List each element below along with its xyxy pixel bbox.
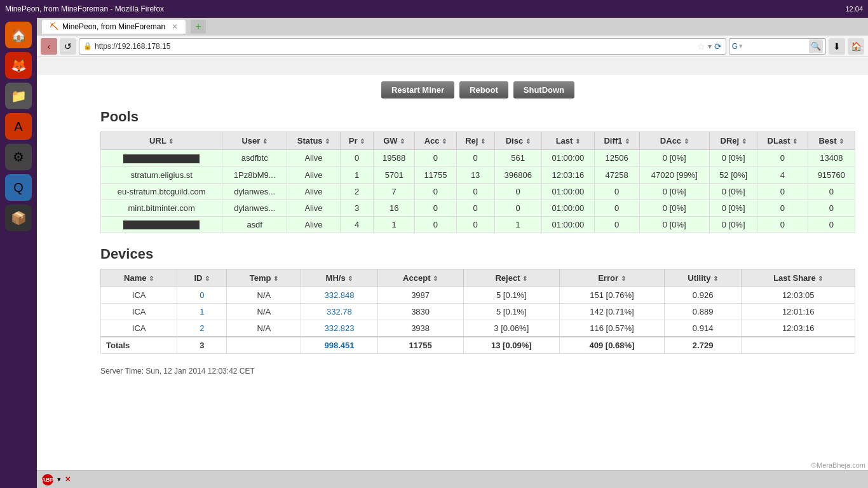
totals-label: Totals bbox=[101, 337, 177, 354]
nav-right-controls: G ▾ 🔍 ⬇ 🏠 bbox=[729, 38, 864, 55]
device-name: ICA bbox=[101, 287, 177, 304]
pool-last: 01:00:00 bbox=[541, 200, 594, 216]
pool-url-cell: stratum.eligius.st bbox=[101, 166, 222, 183]
sidebar-icon-qbittorrent[interactable]: Q bbox=[5, 174, 32, 201]
device-mhs: 332.78 bbox=[301, 304, 377, 320]
sidebar-icon-files[interactable]: 📁 bbox=[5, 83, 32, 109]
sidebar-icon-settings[interactable]: ⚙ bbox=[5, 144, 32, 170]
pool-acc: 0 bbox=[415, 200, 456, 216]
pool-pr: 3 bbox=[341, 200, 374, 216]
pool-pr: 1 bbox=[341, 166, 374, 183]
pool-diff1: 0 bbox=[594, 216, 639, 233]
taskbar: ABP ▾ ✕ bbox=[37, 470, 868, 488]
pools-col-disc: Disc ⇕ bbox=[494, 132, 541, 150]
pool-diff1: 0 bbox=[594, 183, 639, 200]
pool-disc: 396806 bbox=[494, 166, 541, 183]
pool-url-cell bbox=[101, 150, 222, 167]
pool-rej: 0 bbox=[456, 183, 494, 200]
action-buttons-container: Restart Miner Reboot ShutDown bbox=[100, 81, 855, 98]
pool-dacc: 0 [0%] bbox=[639, 183, 710, 200]
pool-dacc: 0 [0%] bbox=[639, 216, 710, 233]
pool-url-cell: eu-stratum.btcguild.com bbox=[101, 183, 222, 200]
pool-diff1: 0 bbox=[594, 200, 639, 216]
device-mhs: 332.823 bbox=[301, 320, 377, 337]
reload-button[interactable]: ↺ bbox=[60, 38, 76, 55]
pool-rej: 0 bbox=[456, 216, 494, 233]
devices-totals-row: Totals3998.4511175513 [0.09%]409 [0.68%]… bbox=[101, 337, 855, 354]
pool-user: dylanwes... bbox=[222, 200, 287, 216]
pool-diff1: 12506 bbox=[594, 150, 639, 167]
device-name: ICA bbox=[101, 320, 177, 337]
table-row: asdfbtcAlive0195880056101:00:00125060 [0… bbox=[101, 150, 855, 167]
pools-col-rej: Rej ⇕ bbox=[456, 132, 494, 150]
table-row: stratum.eligius.st1Pz8bM9...Alive1570111… bbox=[101, 166, 855, 183]
pool-best: 0 bbox=[808, 183, 855, 200]
search-submit-button[interactable]: 🔍 bbox=[809, 39, 823, 53]
pool-user: dylanwes... bbox=[222, 183, 287, 200]
browser-chrome: ⛏ MinePeon, from MineForeman ✕ + ‹ ↺ 🔒 h… bbox=[37, 18, 868, 57]
restart-miner-button[interactable]: Restart Miner bbox=[381, 81, 454, 98]
pool-status: Alive bbox=[287, 200, 341, 216]
device-last-share: 12:01:16 bbox=[742, 304, 855, 320]
pool-disc: 561 bbox=[494, 150, 541, 167]
pool-disc: 1 bbox=[494, 216, 541, 233]
search-bar[interactable]: G ▾ 🔍 bbox=[729, 38, 826, 55]
pool-acc: 11755 bbox=[415, 166, 456, 183]
sidebar-icon-virtualbox[interactable]: 📦 bbox=[5, 205, 32, 231]
device-last-share: 12:03:05 bbox=[742, 287, 855, 304]
server-time-footer: Server Time: Sun, 12 Jan 2014 12:03:42 C… bbox=[100, 367, 855, 376]
totals-last-share bbox=[742, 337, 855, 354]
pool-pr: 0 bbox=[341, 150, 374, 167]
taskbar-dropdown: ▾ bbox=[57, 475, 61, 484]
pool-best: 0 bbox=[808, 200, 855, 216]
taskbar-close[interactable]: ✕ bbox=[65, 475, 71, 484]
pool-best: 13408 bbox=[808, 150, 855, 167]
sidebar-icon-firefox[interactable]: 🦊 bbox=[5, 52, 32, 79]
back-button[interactable]: ‹ bbox=[41, 38, 57, 55]
address-bar[interactable]: 🔒 https://192.168.178.15 ☆ ▾ ⟳ bbox=[79, 38, 726, 55]
new-tab-button[interactable]: + bbox=[191, 20, 206, 34]
pool-last: 01:00:00 bbox=[541, 150, 594, 167]
pool-dacc: 0 [0%] bbox=[639, 150, 710, 167]
pool-rej: 0 bbox=[456, 200, 494, 216]
pools-col-diff1: Diff1 ⇕ bbox=[594, 132, 639, 150]
pool-last: 01:00:00 bbox=[541, 216, 594, 233]
totals-accept: 11755 bbox=[377, 337, 463, 354]
device-temp: N/A bbox=[227, 320, 301, 337]
pool-rej: 13 bbox=[456, 166, 494, 183]
devices-table: Name ⇕ ID ⇕ Temp ⇕ MH/s ⇕ Accept ⇕ Rejec… bbox=[100, 269, 855, 354]
title-bar: ⛏ MinePeon, from MineForeman ✕ + bbox=[37, 18, 868, 36]
adblock-icon[interactable]: ABP bbox=[42, 474, 53, 485]
pool-drej: 52 [0%] bbox=[710, 166, 757, 183]
reboot-button[interactable]: Reboot bbox=[459, 81, 508, 98]
navigation-bar: ‹ ↺ 🔒 https://192.168.178.15 ☆ ▾ ⟳ G ▾ 🔍… bbox=[37, 36, 868, 57]
pool-user: asdfbtc bbox=[222, 150, 287, 167]
tab-close-icon[interactable]: ✕ bbox=[172, 22, 178, 31]
google-icon: G bbox=[732, 42, 738, 51]
device-utility: 0.914 bbox=[664, 320, 742, 337]
sidebar-icon-app[interactable]: A bbox=[5, 113, 32, 140]
pool-dacc: 0 [0%] bbox=[639, 200, 710, 216]
search-dropdown-icon: ▾ bbox=[739, 42, 743, 50]
lock-icon: 🔒 bbox=[83, 42, 92, 50]
devices-section-title: Devices bbox=[100, 246, 855, 262]
download-button[interactable]: ⬇ bbox=[829, 38, 845, 55]
refresh-icon[interactable]: ▾ bbox=[708, 42, 712, 51]
browser-tab[interactable]: ⛏ MinePeon, from MineForeman ✕ bbox=[42, 20, 186, 34]
device-error: 142 [0.71%] bbox=[559, 304, 664, 320]
pool-gw: 19588 bbox=[374, 150, 415, 167]
device-id: 2 bbox=[177, 320, 227, 337]
pool-drej: 0 [0%] bbox=[710, 216, 757, 233]
devices-col-reject: Reject ⇕ bbox=[463, 269, 559, 287]
sidebar-icon-home[interactable]: 🏠 bbox=[5, 22, 32, 48]
bookmark-icon[interactable]: ☆ bbox=[697, 41, 705, 51]
shutdown-button[interactable]: ShutDown bbox=[513, 81, 574, 98]
devices-col-temp: Temp ⇕ bbox=[227, 269, 301, 287]
table-row: ICA1N/A332.7838305 [0.1%]142 [0.71%]0.88… bbox=[101, 304, 855, 320]
home-button[interactable]: 🏠 bbox=[848, 38, 864, 55]
devices-col-error: Error ⇕ bbox=[559, 269, 664, 287]
pool-acc: 0 bbox=[415, 183, 456, 200]
devices-col-name: Name ⇕ bbox=[101, 269, 177, 287]
url-text: https://192.168.178.15 bbox=[95, 42, 695, 51]
pool-rej: 0 bbox=[456, 150, 494, 167]
